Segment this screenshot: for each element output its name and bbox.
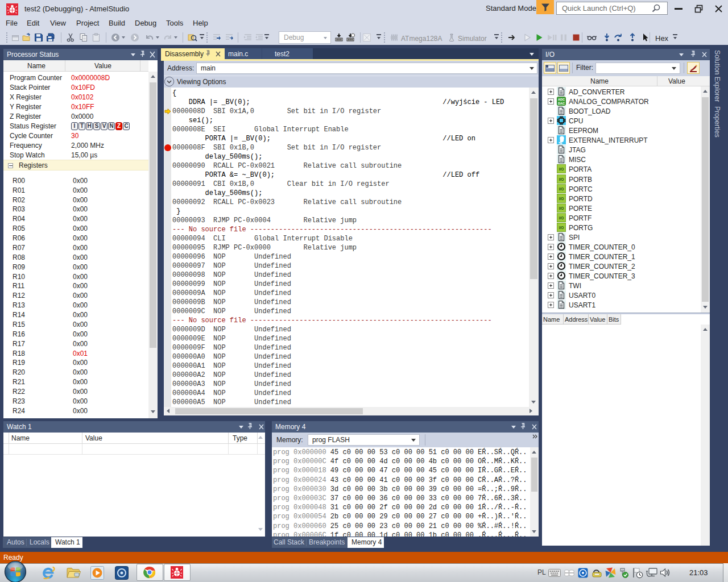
svg-text:I/O: I/O: [559, 197, 564, 201]
svg-text:I/O: I/O: [559, 187, 564, 191]
svg-text:I/O: I/O: [559, 177, 564, 181]
svg-text:I/O: I/O: [559, 216, 564, 220]
svg-text:I/O: I/O: [559, 167, 564, 171]
svg-text:I/O: I/O: [559, 226, 564, 230]
svg-text:ADC: ADC: [558, 98, 565, 101]
svg-text:I/O: I/O: [559, 206, 564, 210]
svg-text:DAC: DAC: [558, 102, 565, 105]
